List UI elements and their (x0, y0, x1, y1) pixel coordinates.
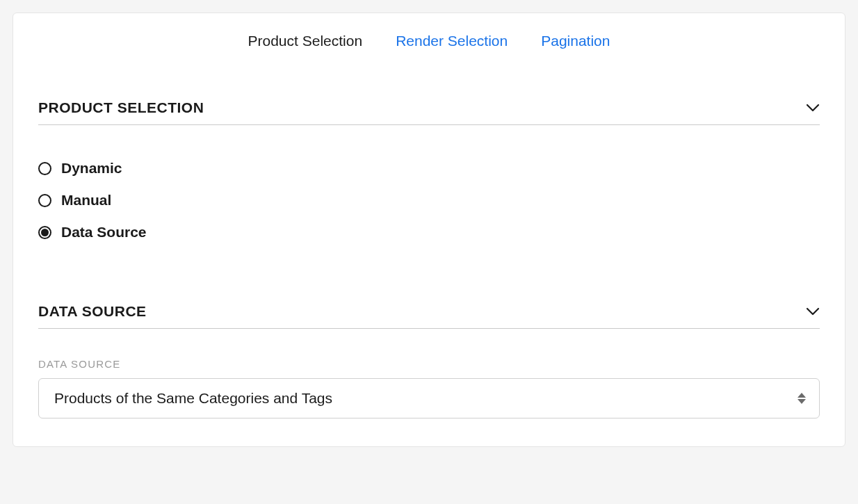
tab-pagination[interactable]: Pagination (541, 33, 610, 49)
data-source-section: DATA SOURCE DATA SOURCE Products of the … (38, 303, 820, 418)
radio-icon (38, 194, 51, 207)
chevron-down-icon (806, 304, 820, 318)
chevron-down-icon (806, 101, 820, 115)
data-source-select-wrap: Products of the Same Categories and Tags (38, 378, 820, 418)
radio-label: Data Source (61, 224, 147, 241)
settings-card: Product Selection Render Selection Pagin… (13, 13, 845, 447)
tab-render-selection[interactable]: Render Selection (396, 33, 508, 49)
product-selection-section: PRODUCT SELECTION Dynamic Manual Data So… (38, 99, 820, 241)
tab-bar: Product Selection Render Selection Pagin… (38, 33, 820, 49)
data-source-field-label: DATA SOURCE (38, 358, 820, 370)
radio-label: Dynamic (61, 160, 122, 177)
data-source-select[interactable]: Products of the Same Categories and Tags (38, 378, 820, 418)
tab-product-selection[interactable]: Product Selection (248, 33, 363, 49)
radio-data-source[interactable]: Data Source (38, 224, 820, 241)
radio-icon (38, 226, 51, 239)
radio-label: Manual (61, 192, 111, 209)
product-selection-title: PRODUCT SELECTION (38, 99, 204, 116)
radio-manual[interactable]: Manual (38, 192, 820, 209)
data-source-title: DATA SOURCE (38, 303, 147, 320)
product-selection-header[interactable]: PRODUCT SELECTION (38, 99, 820, 125)
radio-dynamic[interactable]: Dynamic (38, 160, 820, 177)
product-selection-radio-group: Dynamic Manual Data Source (38, 160, 820, 241)
data-source-header[interactable]: DATA SOURCE (38, 303, 820, 329)
radio-icon (38, 162, 51, 175)
